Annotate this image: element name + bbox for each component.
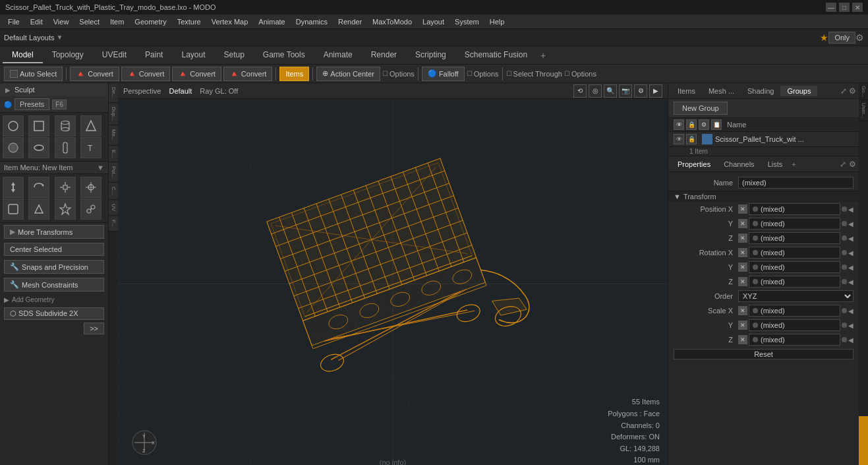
tool-6[interactable]: [28, 199, 49, 220]
convert-btn-4[interactable]: 🔺 Convert: [223, 67, 273, 81]
mesh-constraints-btn[interactable]: 🔧 Mesh Constraints: [4, 278, 104, 292]
rotation-z-btn[interactable]: ✕: [738, 277, 747, 286]
redge-user[interactable]: User...: [859, 100, 868, 121]
tool-sphere[interactable]: [3, 115, 24, 137]
tab-render[interactable]: Render: [362, 47, 406, 63]
vtab-dup[interactable]: Dup...: [109, 103, 118, 125]
menu-render[interactable]: Render: [333, 16, 367, 27]
tab-mesh[interactable]: Mesh ...: [702, 86, 741, 96]
props-tab-channels[interactable]: Channels: [717, 159, 761, 170]
col-icon-eye[interactable]: 👁: [674, 119, 684, 130]
menu-geometry[interactable]: Geometry: [129, 16, 171, 27]
vp-center-btn[interactable]: ◎: [589, 84, 602, 98]
tab-animate[interactable]: Animate: [314, 47, 362, 63]
tool-ball[interactable]: [3, 137, 24, 158]
rotation-z-arrow[interactable]: ◀: [848, 278, 854, 286]
expand-btn[interactable]: >>: [84, 323, 104, 334]
position-x-btn[interactable]: ✕: [738, 204, 747, 214]
menu-system[interactable]: System: [449, 16, 484, 27]
vp-camera-btn[interactable]: 📷: [619, 84, 632, 98]
menu-maxtomodo[interactable]: MaxToModo: [367, 16, 417, 27]
vtab-e[interactable]: E...: [109, 146, 118, 162]
center-selected-btn[interactable]: Center Selected: [4, 243, 104, 256]
vp-play-btn[interactable]: ▶: [649, 84, 662, 98]
menu-vertexmap[interactable]: Vertex Map: [206, 16, 254, 27]
auto-select-btn[interactable]: Auto Select: [4, 67, 63, 81]
col-icon-lock[interactable]: 🔒: [686, 119, 697, 130]
menu-texture[interactable]: Texture: [172, 16, 206, 27]
layout-selector[interactable]: Default Layouts ▼: [4, 34, 63, 42]
scale-y-btn[interactable]: ✕: [738, 321, 747, 330]
convert-btn-2[interactable]: 🔺 Convert: [121, 67, 171, 81]
vtab-de[interactable]: De...: [109, 83, 118, 103]
scale-z-arrow[interactable]: ◀: [848, 336, 854, 344]
vp-settings-btn[interactable]: ⚙: [634, 84, 647, 98]
col-icon-gear[interactable]: ⚙: [699, 119, 709, 130]
rotation-x-btn[interactable]: ✕: [738, 248, 747, 257]
props-settings-icon[interactable]: ⚙: [849, 160, 856, 169]
scale-x-arrow[interactable]: ◀: [848, 307, 854, 315]
menu-view[interactable]: View: [48, 16, 74, 27]
tool-move[interactable]: [3, 177, 24, 198]
order-select[interactable]: XYZ XZY YXZ YZX ZXY ZYX: [738, 290, 854, 302]
vp-orbit-btn[interactable]: ⟲: [573, 84, 587, 98]
redge-go[interactable]: Go...: [859, 83, 868, 100]
tool-text[interactable]: T: [80, 137, 101, 158]
transform-section[interactable]: ▼ Transform: [668, 191, 859, 202]
tab-groups[interactable]: Groups: [780, 86, 817, 96]
close-btn[interactable]: ✕: [852, 3, 863, 12]
menu-dynamics[interactable]: Dynamics: [291, 16, 333, 27]
menu-item[interactable]: Item: [105, 16, 129, 27]
menu-file[interactable]: File: [3, 16, 25, 27]
tool-cylinder[interactable]: [55, 115, 76, 137]
rotation-y-btn[interactable]: ✕: [738, 263, 747, 272]
tool-5[interactable]: [3, 199, 24, 220]
menu-help[interactable]: Help: [484, 16, 510, 27]
menu-animate[interactable]: Animate: [253, 16, 290, 27]
vtab-uv[interactable]: UV: [109, 200, 118, 216]
only-button[interactable]: Only: [828, 32, 855, 44]
tab-model[interactable]: Model: [3, 47, 43, 63]
scale-y-arrow[interactable]: ◀: [848, 322, 854, 329]
convert-btn-1[interactable]: 🔺 Convert: [70, 67, 119, 81]
tool-8[interactable]: [80, 199, 101, 220]
tab-uvedit[interactable]: UVEdit: [93, 47, 136, 63]
vtab-pol[interactable]: Pol...: [109, 162, 118, 183]
scale-z-btn[interactable]: ✕: [738, 335, 747, 344]
tab-paint[interactable]: Paint: [136, 47, 172, 63]
tool-7[interactable]: [55, 199, 76, 220]
vp-zoom-btn[interactable]: 🔍: [604, 84, 617, 98]
sculpt-header[interactable]: ▶ Sculpt: [0, 83, 108, 96]
tab-layout[interactable]: Layout: [172, 47, 214, 63]
position-y-btn[interactable]: ✕: [738, 219, 747, 228]
menu-edit[interactable]: Edit: [25, 16, 48, 27]
action-center-btn[interactable]: ⊕ Action Center: [316, 67, 380, 81]
right-settings-icon[interactable]: ⚙: [849, 86, 856, 96]
position-x-arrow[interactable]: ◀: [848, 206, 854, 213]
tool-cone[interactable]: [80, 115, 101, 137]
convert-btn-3[interactable]: 🔺 Convert: [172, 67, 221, 81]
menu-layout[interactable]: Layout: [417, 16, 449, 27]
select-through-checkbox[interactable]: ☐: [506, 70, 512, 77]
tool-capsule[interactable]: [55, 137, 76, 158]
vtab-f[interactable]: F...: [109, 216, 118, 232]
position-z-btn[interactable]: ✕: [738, 233, 747, 243]
falloff-btn[interactable]: 🔵 Falloff: [422, 67, 465, 81]
tab-scripting[interactable]: Scripting: [406, 47, 455, 63]
group-item-row[interactable]: 👁 🔒 Scissor_Pallet_Truck_wit ...: [668, 132, 859, 147]
maximize-btn[interactable]: □: [839, 3, 850, 12]
prop-name-input[interactable]: [738, 177, 854, 189]
viewport[interactable]: Perspective Default Ray GL: Off ⟲ ◎ 🔍 📷 …: [118, 83, 668, 465]
new-group-button[interactable]: New Group: [674, 102, 728, 115]
tool-scale[interactable]: [55, 177, 76, 198]
scale-x-btn[interactable]: ✕: [738, 306, 747, 315]
tab-setup[interactable]: Setup: [214, 47, 253, 63]
options-checkbox-2[interactable]: ☐: [467, 70, 473, 77]
props-expand-icon[interactable]: ⤢: [840, 160, 846, 169]
new-item-arrow[interactable]: ▼: [97, 164, 104, 171]
tab-topology[interactable]: Topology: [43, 47, 93, 63]
props-add-tab[interactable]: +: [789, 159, 798, 170]
tab-gametools[interactable]: Game Tools: [254, 47, 314, 63]
options-checkbox-3[interactable]: ☐: [564, 70, 570, 77]
tab-items[interactable]: Items: [671, 86, 702, 96]
